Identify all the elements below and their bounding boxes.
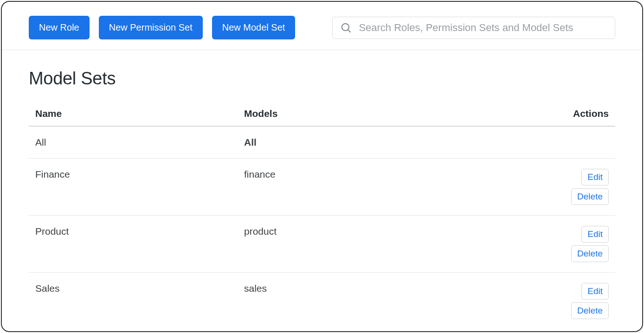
model-sets-table: Name Models Actions AllAllFinancefinance… <box>29 102 615 329</box>
new-role-button[interactable]: New Role <box>29 16 90 39</box>
cell-actions: EditDelete <box>553 283 609 319</box>
table-row: AllAll <box>29 127 615 159</box>
search-container[interactable] <box>332 17 615 39</box>
search-icon <box>340 22 352 34</box>
delete-button[interactable]: Delete <box>571 188 609 205</box>
cell-actions: EditDelete <box>553 226 609 262</box>
cell-models: sales <box>244 283 553 294</box>
toolbar: New Role New Permission Set New Model Se… <box>2 2 642 50</box>
cell-models: All <box>244 137 553 148</box>
page-title: Model Sets <box>29 69 615 89</box>
svg-line-1 <box>348 29 351 32</box>
delete-button[interactable]: Delete <box>571 302 609 319</box>
delete-button[interactable]: Delete <box>571 245 609 262</box>
new-model-set-button[interactable]: New Model Set <box>212 16 296 39</box>
table-row: SalessalesEditDelete <box>29 273 615 329</box>
edit-button[interactable]: Edit <box>581 169 609 186</box>
search-input[interactable] <box>359 22 607 34</box>
svg-point-0 <box>342 23 349 30</box>
cell-name: All <box>35 137 244 148</box>
window-frame: New Role New Permission Set New Model Se… <box>1 1 643 332</box>
cell-models: finance <box>244 169 553 180</box>
table-row: FinancefinanceEditDelete <box>29 159 615 216</box>
edit-button[interactable]: Edit <box>581 226 609 243</box>
cell-name: Finance <box>35 169 244 180</box>
cell-models: product <box>244 226 553 237</box>
table-header-row: Name Models Actions <box>29 102 615 127</box>
table-body: AllAllFinancefinanceEditDeleteProductpro… <box>29 127 615 329</box>
column-header-actions: Actions <box>553 108 609 119</box>
cell-name: Product <box>35 226 244 237</box>
column-header-name: Name <box>35 108 244 119</box>
cell-name: Sales <box>35 283 244 294</box>
content-area: Model Sets Name Models Actions AllAllFin… <box>2 50 642 329</box>
cell-actions: EditDelete <box>553 169 609 205</box>
new-permission-set-button[interactable]: New Permission Set <box>99 16 203 39</box>
column-header-models: Models <box>244 108 553 119</box>
table-row: ProductproductEditDelete <box>29 216 615 273</box>
edit-button[interactable]: Edit <box>581 283 609 300</box>
